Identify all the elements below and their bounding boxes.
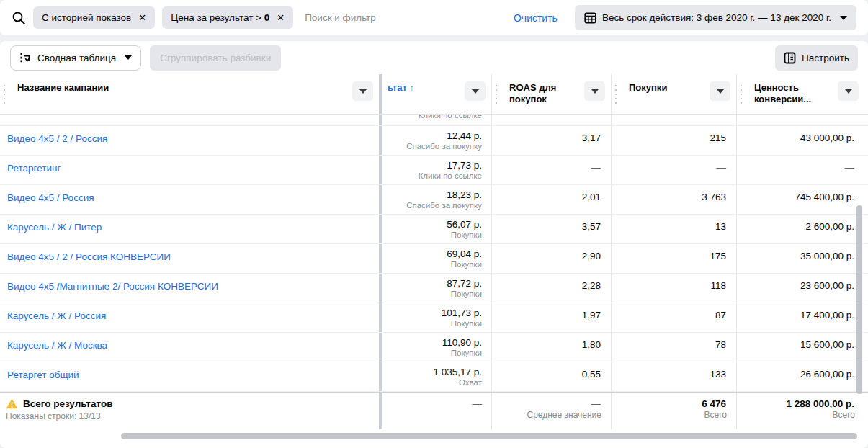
campaign-name-link[interactable]: Карусель / Ж / Москва — [0, 333, 379, 351]
table-row-clipped: Клики по ссылке — [0, 115, 868, 126]
chip-close-icon[interactable]: ✕ — [277, 13, 285, 22]
conversion-value-cell: 23 600,00 р. — [736, 274, 864, 303]
campaign-name-link[interactable]: Карусель / Ж / Россия — [0, 303, 379, 321]
purchases-cell: 3 763 — [611, 185, 736, 214]
column-menu-button[interactable] — [465, 81, 486, 101]
column-header-conversion-value[interactable]: Ценность конверсии... — [736, 74, 864, 114]
campaign-name-link[interactable]: Видео 4x5 / Россия — [0, 185, 379, 203]
filter-bar: С историей показов ✕ Цена за результат >… — [0, 0, 868, 35]
drag-handle-icon[interactable] — [740, 84, 743, 104]
cost-per-result-cell: 69,04 р. Покупки — [382, 244, 491, 273]
column-menu-button[interactable] — [710, 81, 730, 101]
table-row: Видео 4x5 / 2 / Россия 12,44 р. Спасибо … — [0, 126, 868, 156]
purchases-cell: 78 — [611, 333, 736, 362]
cost-per-result-cell: 18,23 р. Спасибо за покупку — [382, 185, 491, 214]
calendar-icon — [584, 12, 596, 24]
campaign-name-link[interactable]: Видео 4x5 / 2 / Россия — [0, 126, 379, 144]
chevron-down-icon — [125, 55, 132, 60]
columns-icon — [784, 52, 796, 64]
table-row: Карусель / Ж / Москва 110,90 р. Покупки … — [0, 333, 868, 362]
filter-search-input[interactable]: Поиск и фильтр — [305, 12, 506, 23]
filter-chip-label: С историей показов — [42, 12, 131, 23]
vertical-scrollbar[interactable] — [856, 205, 862, 394]
roas-cell: 3,57 — [491, 215, 611, 243]
chevron-down-icon — [840, 16, 847, 20]
column-header-roas[interactable]: ROAS для покупок — [491, 74, 611, 114]
conversion-value-cell: 745 400,00 р. — [736, 185, 864, 214]
date-range-button[interactable]: Весь срок действия: 3 фев 2020 г. — 13 д… — [575, 5, 856, 30]
column-menu-button[interactable] — [352, 81, 373, 101]
pivot-table-icon — [19, 52, 32, 64]
table-row: Ретаргетинг 17,73 р. Клики по ссылке — —… — [0, 156, 868, 185]
group-breakdowns-button[interactable]: Сгруппировать разбивки — [150, 45, 281, 71]
conversion-value-cell: 15 600,00 р. — [736, 333, 864, 362]
conversion-value-cell: 26 600,00 р. — [736, 362, 864, 391]
purchases-cell: 175 — [611, 244, 736, 273]
drag-handle-icon[interactable] — [614, 84, 617, 104]
column-header-cost-per-result[interactable]: ьтат ↑ — [382, 74, 491, 114]
pivot-table-button[interactable]: Сводная таблица — [10, 45, 141, 71]
sort-ascending-icon: ↑ — [409, 82, 414, 93]
pivot-table-label: Сводная таблица — [37, 53, 116, 63]
main-panel: Сводная таблица Сгруппировать разбивки Н… — [0, 41, 868, 448]
cost-per-result-cell: 87,72 р. Покупки — [382, 274, 491, 303]
roas-cell: 2,01 — [491, 185, 611, 214]
table-totals-row: Всего результатов Показаны строки: 13/13… — [0, 392, 868, 429]
cost-per-result-cell: 12,44 р. Спасибо за покупку — [382, 126, 491, 155]
table-row: Видео 4x5 / Россия 18,23 р. Спасибо за п… — [0, 185, 868, 215]
column-menu-button[interactable] — [584, 81, 605, 101]
customize-label: Настроить — [802, 53, 849, 63]
table-header-row: Название кампании ьтат ↑ ROAS для покупо… — [0, 74, 868, 115]
campaign-name-link[interactable]: Видео 4x5 /Магнитные 2/ Россия КОНВЕРСИИ — [0, 274, 379, 292]
purchases-cell: 215 — [611, 126, 736, 155]
filter-chip[interactable]: Цена за результат > 0 ✕ — [162, 6, 293, 29]
campaign-name-link[interactable]: Карусель / Ж / Питер — [0, 215, 379, 233]
cost-per-result-cell: 17,73 р. Клики по ссылке — [382, 156, 491, 184]
table-row: Карусель / Ж / Питер 56,07 р. Покупки 3,… — [0, 215, 868, 244]
chip-close-icon[interactable]: ✕ — [138, 13, 146, 22]
table-row: Видео 4x5 /Магнитные 2/ Россия КОНВЕРСИИ… — [0, 274, 868, 303]
conversion-value-cell: 2 600,00 р. — [736, 215, 864, 243]
cost-per-result-cell: 1 035,17 р. Охват — [382, 362, 491, 391]
totals-title: Всего результатов — [23, 398, 112, 409]
roas-cell: 3,17 — [491, 126, 611, 155]
drag-handle-icon[interactable] — [495, 84, 498, 104]
table-row: Видео 4x5 / 2 / Россия КОНВЕРСИИ 69,04 р… — [0, 244, 868, 274]
cost-per-result-cell: 101,73 р. Покупки — [382, 303, 491, 332]
column-header-campaign-name[interactable]: Название кампании — [0, 74, 382, 114]
purchases-cell: 87 — [611, 303, 736, 332]
conversion-value-cell: 35 000,00 р. — [736, 244, 864, 273]
roas-cell: 2,28 — [491, 274, 611, 303]
campaign-name-link[interactable]: Видео 4x5 / 2 / Россия КОНВЕРСИИ — [0, 244, 379, 262]
column-menu-button[interactable] — [838, 81, 859, 101]
date-range-label: Весь срок действия: 3 фев 2020 г. — 13 д… — [602, 12, 831, 23]
roas-cell: 0,55 — [491, 362, 611, 391]
table-toolbar: Сводная таблица Сгруппировать разбивки Н… — [0, 41, 868, 74]
customize-columns-button[interactable]: Настроить — [775, 45, 858, 71]
clear-filters-link[interactable]: Очистить — [514, 12, 558, 24]
rows-shown-label: Показаны строки: 13/13 — [0, 409, 379, 421]
filter-chip[interactable]: С историей показов ✕ — [33, 6, 155, 29]
purchases-cell: 133 — [611, 362, 736, 391]
campaign-name-link[interactable]: Ретаргет общий — [0, 362, 379, 380]
roas-cell: 2,90 — [491, 244, 611, 273]
table-row: Карусель / Ж / Россия 101,73 р. Покупки … — [0, 303, 868, 333]
search-icon[interactable] — [12, 11, 26, 25]
conversion-value-cell: 43 000,00 р. — [736, 126, 864, 155]
table-row: Ретаргет общий 1 035,17 р. Охват 0,55 13… — [0, 362, 868, 392]
purchases-cell: — — [611, 156, 736, 184]
conversion-value-cell: 17 400,00 р. — [736, 303, 864, 332]
cost-per-result-cell: 110,90 р. Покупки — [382, 333, 491, 362]
roas-cell: 1,80 — [491, 333, 611, 362]
filter-chip-label: Цена за результат > 0 — [171, 12, 269, 23]
roas-cell: — — [491, 156, 611, 184]
column-header-purchases[interactable]: Покупки — [611, 74, 736, 114]
conversion-value-cell: — — [736, 156, 864, 184]
campaign-name-link[interactable]: Ретаргетинг — [0, 156, 379, 174]
roas-cell: 1,97 — [491, 303, 611, 332]
purchases-cell: 118 — [611, 274, 736, 303]
drag-handle-icon[interactable] — [3, 84, 6, 104]
purchases-cell: 13 — [611, 215, 736, 243]
cost-per-result-cell: 56,07 р. Покупки — [382, 215, 491, 243]
horizontal-scrollbar[interactable] — [121, 433, 857, 439]
